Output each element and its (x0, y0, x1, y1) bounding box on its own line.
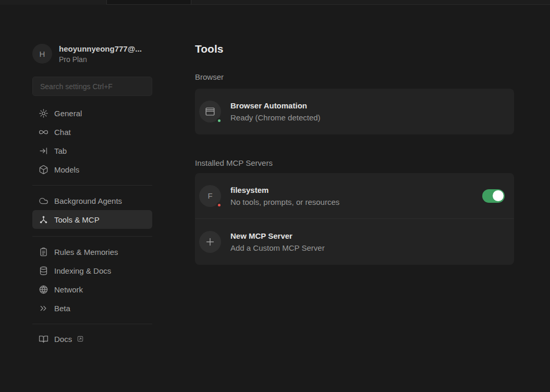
sidebar-item-label: General (54, 109, 82, 118)
row-title: filesystem (230, 186, 339, 194)
row-title: Browser Automation (230, 101, 321, 110)
sidebar-divider (32, 185, 152, 186)
sidebar-item-label: Beta (54, 304, 70, 313)
plus-icon (204, 236, 216, 248)
sidebar-item-label: Tools & MCP (54, 215, 100, 224)
sidebar-item-label: Chat (54, 128, 71, 137)
account-email: heoyunnyeong777@... (59, 44, 142, 53)
sidebar-item-tab[interactable]: Tab (32, 141, 152, 160)
account-info: heoyunnyeong777@... Pro Plan (59, 44, 142, 64)
external-link-icon (77, 335, 84, 342)
sidebar-item-label: Models (54, 165, 79, 174)
sidebar-item-beta[interactable]: Beta (32, 299, 152, 317)
cube-icon (39, 165, 48, 175)
new-mcp-server-row[interactable]: New MCP Server Add a Custom MCP Server (195, 219, 514, 264)
sidebar-item-label: Docs (54, 335, 72, 344)
tab-strip-left-segment (0, 0, 106, 5)
section-label-browser: Browser (195, 72, 224, 81)
sidebar-divider (32, 236, 152, 237)
sidebar-item-rules-memories[interactable]: Rules & Memories (32, 242, 152, 261)
sidebar-item-indexing-docs[interactable]: Indexing & Docs (32, 261, 152, 280)
sidebar-group-agents: Background Agents Tools & MCP (32, 191, 152, 229)
row-subtitle: No tools, prompts, or resources (230, 198, 339, 206)
avatar: H (32, 44, 52, 64)
arrow-to-bar-icon (39, 146, 48, 156)
mcp-server-toggle[interactable] (482, 189, 505, 203)
search-input[interactable] (32, 77, 152, 96)
tab-strip-divider (106, 4, 550, 5)
sidebar-item-label: Background Agents (54, 197, 122, 205)
sidebar-item-chat[interactable]: Chat (32, 123, 152, 141)
sidebar-divider (32, 324, 152, 324)
chevrons-right-icon (39, 303, 48, 313)
page-title: Tools (195, 43, 514, 55)
mcp-server-text: filesystem No tools, prompts, or resourc… (230, 186, 339, 206)
row-subtitle: Ready (Chrome detected) (230, 113, 321, 122)
section-label-mcp-servers: Installed MCP Servers (195, 158, 273, 167)
database-icon (39, 266, 48, 276)
browser-automation-card: Browser Automation Ready (Chrome detecte… (195, 89, 514, 134)
sidebar-group-config: Rules & Memories Indexing & Docs (32, 242, 152, 317)
search-settings-box (32, 77, 152, 96)
globe-icon (39, 285, 48, 295)
sidebar-item-label: Tab (54, 146, 67, 155)
browser-automation-row: Browser Automation Ready (Chrome detecte… (195, 89, 514, 134)
sidebar-item-tools-mcp[interactable]: Tools & MCP (32, 210, 152, 229)
new-mcp-server-text: New MCP Server Add a Custom MCP Server (230, 231, 325, 252)
sidebar-item-docs[interactable]: Docs (32, 329, 152, 348)
sidebar-item-background-agents[interactable]: Background Agents (32, 191, 152, 210)
row-subtitle: Add a Custom MCP Server (230, 243, 325, 252)
mcp-server-avatar: F (199, 185, 221, 207)
sidebar-item-label: Rules & Memories (54, 248, 118, 256)
hub-icon (39, 215, 48, 225)
browser-automation-avatar (199, 101, 221, 123)
mcp-servers-card: F filesystem No tools, prompts, or resou… (195, 173, 514, 265)
settings-main-panel: Tools Browser Browser Automation (195, 43, 514, 55)
status-dot-error (216, 202, 222, 208)
browser-window-icon (204, 106, 216, 117)
book-open-icon (39, 334, 48, 344)
sidebar-group-docs: Docs (32, 329, 152, 348)
sidebar-item-network[interactable]: Network (32, 280, 152, 299)
row-title: New MCP Server (230, 231, 325, 240)
sidebar-item-general[interactable]: General (32, 104, 152, 123)
new-mcp-server-avatar (199, 231, 221, 253)
toggle-knob (493, 190, 504, 201)
status-dot-ready (216, 118, 222, 124)
infinity-icon (39, 127, 48, 137)
sidebar-item-label: Indexing & Docs (54, 266, 111, 275)
sidebar-item-models[interactable]: Models (32, 160, 152, 179)
clipboard-icon (39, 247, 48, 257)
cloud-icon (39, 196, 48, 206)
avatar-initial: H (40, 50, 45, 58)
avatar-letter: F (207, 191, 212, 200)
editor-tab-strip (0, 0, 550, 5)
mcp-server-row-filesystem[interactable]: F filesystem No tools, prompts, or resou… (195, 173, 514, 218)
account-plan: Pro Plan (59, 55, 142, 64)
gear-icon (39, 108, 48, 118)
account-block: H heoyunnyeong777@... Pro Plan (32, 43, 152, 65)
sidebar-group-core: General Chat Tab (32, 104, 152, 179)
cursor-settings-window: H heoyunnyeong777@... Pro Plan General (0, 0, 550, 392)
sidebar-item-label: Network (54, 285, 83, 294)
browser-automation-text: Browser Automation Ready (Chrome detecte… (230, 101, 321, 122)
